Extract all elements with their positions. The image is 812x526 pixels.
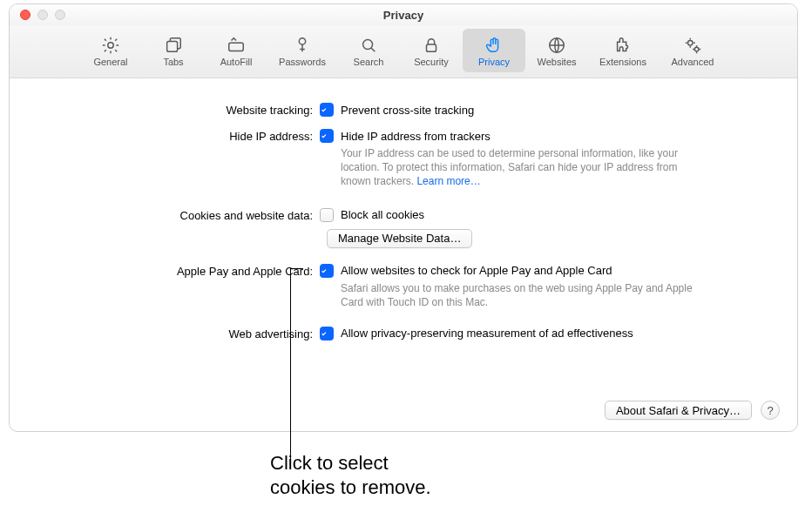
svg-point-8 [694,47,699,51]
tab-label: AutoFill [220,57,253,67]
section-label-hideip: Hide IP address: [32,129,320,143]
applepay-description: Safari allows you to make purchases on t… [320,281,694,309]
tab-label: Security [414,57,449,67]
tab-tabs[interactable]: Tabs [142,29,205,72]
callout-leader-line [290,268,291,464]
about-privacy-button[interactable]: About Safari & Privacy… [605,401,752,420]
hide-ip-description: Your IP address can be used to determine… [320,146,694,189]
tab-label: Tabs [163,57,183,67]
help-button[interactable]: ? [761,401,780,420]
section-label-applepay: Apple Pay and Apple Card: [32,264,320,278]
key-icon [293,35,312,56]
svg-point-0 [108,42,113,47]
tab-advanced[interactable]: Advanced [658,29,727,72]
tab-extensions[interactable]: Extensions [588,29,658,72]
tab-label: Search [354,57,384,67]
svg-rect-1 [167,41,178,51]
pencil-box-icon [227,35,246,56]
learn-more-link[interactable]: Learn more… [416,175,480,187]
preferences-window: Privacy General Tabs AutoFill Password [9,3,798,432]
tab-search[interactable]: Search [337,29,400,72]
minimize-window-button[interactable] [37,10,48,20]
svg-point-7 [688,40,694,45]
svg-rect-2 [229,43,244,51]
tab-label: General [93,57,127,67]
tab-general[interactable]: General [79,29,142,72]
svg-point-3 [299,37,305,44]
tab-security[interactable]: Security [400,29,463,72]
titlebar: Privacy [10,4,797,25]
tab-label: Privacy [478,57,510,67]
close-window-button[interactable] [20,10,30,20]
globe-icon [547,35,566,56]
advertising-option[interactable]: Allow privacy-preserving measurement of … [320,327,775,341]
section-label-cookies: Cookies and website data: [32,208,320,222]
option-label: Block all cookies [341,208,424,221]
preferences-toolbar: General Tabs AutoFill Passwords Search [10,25,797,78]
window-controls [20,10,65,20]
prevent-tracking-option[interactable]: Prevent cross-site tracking [320,103,775,117]
lock-icon [422,35,441,56]
option-label: Allow privacy-preserving measurement of … [341,327,633,340]
gear-icon [101,35,120,56]
section-label-advertising: Web advertising: [32,327,320,341]
checkbox-unchecked-icon [320,208,334,222]
option-label: Hide IP address from trackers [341,130,491,143]
gears-icon [683,35,702,56]
search-icon [359,35,378,56]
tab-label: Websites [537,57,576,67]
applepay-option[interactable]: Allow websites to check for Apple Pay an… [320,264,775,278]
tab-label: Extensions [599,57,646,67]
tabs-icon [164,35,183,56]
tab-label: Passwords [279,57,326,67]
section-label-tracking: Website tracking: [32,103,320,117]
option-label: Prevent cross-site tracking [341,104,474,117]
checkbox-checked-icon [320,264,334,278]
tab-autofill[interactable]: AutoFill [205,29,267,72]
tab-privacy[interactable]: Privacy [463,29,525,72]
manage-website-data-button[interactable]: Manage Website Data… [327,229,472,248]
content-pane: Website tracking: Prevent cross-site tra… [10,78,797,432]
window-title: Privacy [18,9,788,22]
checkbox-checked-icon [320,327,334,341]
zoom-window-button[interactable] [55,10,65,20]
tab-passwords[interactable]: Passwords [267,29,337,72]
hide-ip-option[interactable]: Hide IP address from trackers [320,129,775,143]
tab-label: Advanced [672,57,714,67]
tab-websites[interactable]: Websites [525,29,588,72]
hand-icon [484,35,504,56]
checkbox-checked-icon [320,103,334,117]
svg-rect-5 [427,44,436,51]
svg-point-4 [363,39,373,49]
checkbox-checked-icon [320,129,334,143]
callout-text: Click to select cookies to remove. [270,451,431,499]
block-cookies-option[interactable]: Block all cookies [320,208,775,222]
option-label: Allow websites to check for Apple Pay an… [341,264,612,277]
puzzle-icon [613,35,633,56]
